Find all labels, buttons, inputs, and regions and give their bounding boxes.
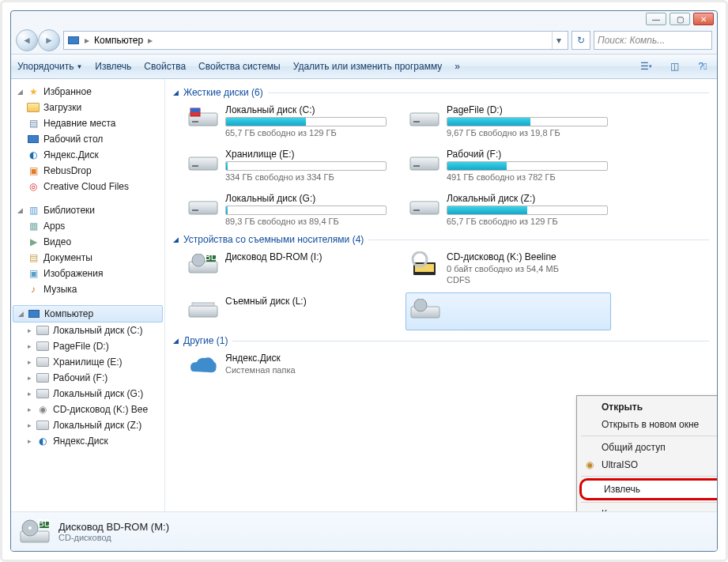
sidebar-item-drive-g[interactable]: ▸Локальный диск (G:) <box>11 386 164 402</box>
drive-freespace: 89,3 ГБ свободно из 89,4 ГБ <box>225 217 387 226</box>
svg-point-15 <box>192 254 205 266</box>
address-dropdown[interactable]: ▾ <box>552 32 564 49</box>
sidebar-item-drive-f[interactable]: ▸Рабочий (F:) <box>11 370 164 386</box>
sidebar[interactable]: ◢★Избранное Загрузки ▤Недавние места Раб… <box>11 79 165 511</box>
address-bar[interactable]: ▸ Компьютер ▸ ▾ <box>63 31 568 50</box>
svg-rect-21 <box>189 306 217 317</box>
close-button[interactable]: ✕ <box>693 13 714 25</box>
sidebar-item-yadisk2[interactable]: ▸◐Яндекс.Диск <box>11 433 164 449</box>
drive-icon <box>36 340 49 353</box>
maximize-button[interactable]: ▢ <box>670 13 690 25</box>
preview-pane-button[interactable]: ◫ <box>666 58 682 74</box>
sidebar-item-downloads[interactable]: Загрузки <box>11 100 164 115</box>
sidebar-item-desktop[interactable]: Рабочий стол <box>11 131 164 147</box>
help-button[interactable]: ?⃝ <box>695 58 711 74</box>
sidebar-item-apps[interactable]: ▦Apps <box>11 218 164 234</box>
sidebar-item-video[interactable]: ▶Видео <box>11 234 164 250</box>
sidebar-item-rebusdrop[interactable]: ▣RebusDrop <box>11 163 164 179</box>
refresh-button[interactable]: ↻ <box>571 31 590 50</box>
breadcrumb-sep2: ▸ <box>148 35 153 46</box>
usage-bar <box>447 161 608 171</box>
recent-icon: ▤ <box>27 117 40 130</box>
search-input[interactable]: Поиск: Компь... <box>594 31 712 50</box>
ctx-open[interactable]: Открыть <box>579 398 717 416</box>
sidebar-item-drive-c[interactable]: ▸Локальный диск (C:) <box>11 322 164 338</box>
usage-bar <box>447 117 608 126</box>
sidebar-item-drive-e[interactable]: ▸Хранилище (E:) <box>11 354 164 370</box>
ctx-open-new-window[interactable]: Открыть в новом окне <box>579 416 717 433</box>
ctx-copy[interactable]: Копировать <box>579 505 717 511</box>
drive-e[interactable]: Хранилище (E:)334 ГБ свободно из 334 ГБ <box>184 145 390 185</box>
libraries-icon: ▥ <box>27 204 40 217</box>
group-other[interactable]: ◢Другие (1) <box>173 330 709 349</box>
sidebar-item-ccfiles[interactable]: ◎Creative Cloud Files <box>11 179 164 194</box>
drive-l[interactable]: Съемный диск (L:) <box>184 292 390 330</box>
details-subtitle: CD-дисковод <box>58 533 169 542</box>
svg-rect-5 <box>413 121 420 123</box>
properties-button[interactable]: Свойства <box>144 61 186 72</box>
ctx-share[interactable]: Общий доступ▶ <box>579 439 717 456</box>
svg-rect-3 <box>190 108 200 112</box>
drive-z[interactable]: Локальный диск (Z:)65,7 ГБ свободно из 1… <box>405 190 611 229</box>
removable-icon <box>187 296 219 322</box>
drive-freespace: 0 байт свободно из 54,4 МБ <box>447 264 608 273</box>
group-removable[interactable]: ◢Устройства со съемными носителями (4) <box>173 229 709 248</box>
view-options-button[interactable]: ☰▾ <box>638 58 654 74</box>
sidebar-item-pictures[interactable]: ▣Изображения <box>11 266 164 281</box>
main-content[interactable]: ◢Жесткие диски (6) Локальный диск (C:)65… <box>165 79 717 511</box>
sidebar-libraries[interactable]: ◢▥Библиотеки <box>11 202 164 218</box>
usage-bar <box>225 117 387 126</box>
breadcrumb-sep: ▸ <box>85 35 89 46</box>
ctx-eject[interactable]: Извлечь <box>579 478 717 500</box>
svg-rect-1 <box>192 121 198 123</box>
documents-icon: ▤ <box>27 251 40 264</box>
drive-freespace: 65,7 ГБ свободно из 129 ГБ <box>225 128 387 138</box>
drive-i[interactable]: BD Дисковод BD-ROM (I:) <box>184 248 390 288</box>
ctx-ultraiso[interactable]: ◉UltraISO▶ <box>579 456 717 473</box>
drive-name: Яндекс.Диск <box>225 353 387 364</box>
organize-menu[interactable]: Упорядочить ▼ <box>17 61 82 72</box>
sidebar-computer[interactable]: ◢Компьютер <box>13 305 163 322</box>
sidebar-item-documents[interactable]: ▤Документы <box>11 250 164 266</box>
minimize-button[interactable]: — <box>646 13 666 25</box>
ultraiso-icon: ◉ <box>583 459 597 470</box>
sidebar-item-yadisk[interactable]: ◐Яндекс.Диск <box>11 147 164 163</box>
music-icon: ♪ <box>27 283 40 296</box>
sidebar-favorites[interactable]: ◢★Избранное <box>11 84 164 100</box>
group-hdd[interactable]: ◢Жесткие диски (6) <box>173 82 709 101</box>
drive-name: CD-дисковод (K:) Beeline <box>447 251 608 262</box>
breadcrumb-location[interactable]: Компьютер <box>94 35 143 46</box>
usage-bar <box>225 161 387 171</box>
forward-button[interactable]: ► <box>38 29 60 51</box>
eject-button[interactable]: Извлечь <box>95 61 131 72</box>
drive-name: Дисковод BD-ROM (I:) <box>225 251 387 262</box>
drive-name: PageFile (D:) <box>447 104 608 115</box>
yadisk-icon: ◐ <box>27 149 40 161</box>
drive-f[interactable]: Рабочий (F:)491 ГБ свободно из 782 ГБ <box>405 145 611 185</box>
svg-rect-10 <box>189 202 217 214</box>
toolbar-more[interactable]: » <box>455 61 460 72</box>
drive-yadisk[interactable]: Яндекс.ДискСистемная папка <box>184 349 390 383</box>
uninstall-button[interactable]: Удалить или изменить программу <box>293 61 443 72</box>
sidebar-item-music[interactable]: ♪Музыка <box>11 281 164 297</box>
hdd-icon <box>409 104 440 131</box>
sidebar-item-drive-d[interactable]: ▸PageFile (D:) <box>11 338 164 354</box>
sidebar-item-drive-k[interactable]: ▸◉CD-дисковод (K:) Bee <box>11 402 164 417</box>
drive-g[interactable]: Локальный диск (G:)89,3 ГБ свободно из 8… <box>184 190 390 229</box>
drive-d[interactable]: PageFile (D:)9,67 ГБ свободно из 19,8 ГБ <box>405 101 611 141</box>
sidebar-item-recent[interactable]: ▤Недавние места <box>11 115 164 131</box>
drive-c[interactable]: Локальный диск (C:)65,7 ГБ свободно из 1… <box>184 101 390 141</box>
drive-icon <box>36 387 49 400</box>
back-button[interactable]: ◄ <box>16 29 38 51</box>
usage-bar <box>447 206 608 215</box>
system-properties-button[interactable]: Свойства системы <box>198 61 281 72</box>
details-pane: BD Дисковод BD-ROM (M:) CD-дисковод <box>11 511 717 551</box>
hdd-icon <box>187 149 219 175</box>
computer-icon <box>28 307 40 320</box>
svg-text:BD: BD <box>205 254 218 262</box>
drive-k[interactable]: CD-дисковод (K:) Beeline0 байт свободно … <box>405 248 611 288</box>
drive-name: Локальный диск (C:) <box>225 104 387 115</box>
sidebar-item-drive-z[interactable]: ▸Локальный диск (Z:) <box>11 417 164 433</box>
drive-filesystem: CDFS <box>447 275 608 285</box>
drive-m-selected[interactable] <box>405 292 611 330</box>
